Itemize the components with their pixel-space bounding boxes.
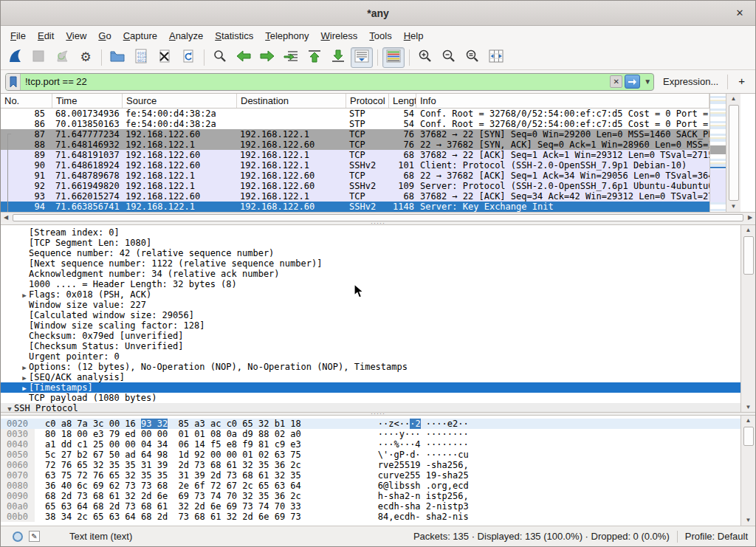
expression-button[interactable]: Expression... <box>659 76 723 87</box>
go-back-button[interactable] <box>233 47 255 68</box>
filter-bookmark-icon[interactable] <box>6 74 21 90</box>
hex-bytes[interactable]: 72 76 65 32 35 35 31 39 2d 73 68 61 32 3… <box>45 460 301 470</box>
packet-row-93[interactable]: 9371.662015274192.168.122.60192.168.122.… <box>1 191 709 202</box>
go-last-packet-button[interactable] <box>327 47 349 68</box>
detail-row[interactable]: Checksum: 0x79ed [unverified] <box>1 331 740 341</box>
detail-row[interactable]: ▶[Timestamps] <box>1 382 740 393</box>
menu-telephony[interactable]: Telephony <box>260 28 314 44</box>
menu-wireless[interactable]: Wireless <box>316 28 363 44</box>
scroll-up-icon[interactable]: ▲ <box>742 416 755 426</box>
detail-row[interactable]: [Next sequence number: 1122 (relative se… <box>1 258 740 269</box>
hex-row-0070[interactable]: 007063 75 72 76 65 32 35 35 31 39 2d 73 … <box>1 470 740 481</box>
hex-row-0060[interactable]: 006072 76 65 32 35 35 31 39 2d 73 68 61 … <box>1 460 740 470</box>
hex-row-00a0[interactable]: 00a065 63 64 68 2d 73 68 61 32 2d 6e 69 … <box>1 501 740 512</box>
ascii-bytes[interactable]: curve255 19-sha25 <box>378 470 469 481</box>
detail-row[interactable]: TCP payload (1080 bytes) <box>1 393 740 403</box>
scroll-down-icon[interactable]: ▼ <box>742 515 755 526</box>
ascii-bytes[interactable]: ····y··· ········ <box>378 429 469 439</box>
hex-bytes[interactable]: a1 dd c1 25 00 00 04 34 06 14 f5 e8 f9 8… <box>45 439 301 450</box>
save-file-button[interactable]: 010101100011 <box>130 47 152 68</box>
hex-bytes[interactable]: 36 40 6c 69 62 73 73 68 2e 6f 72 67 2c 6… <box>45 481 301 491</box>
zoom-out-button[interactable] <box>438 47 460 68</box>
menu-tools[interactable]: Tools <box>364 28 396 44</box>
hex-bytes[interactable]: 65 63 64 68 2d 73 68 61 32 2d 6e 69 73 7… <box>45 501 301 512</box>
ascii-bytes[interactable]: h-sha2-n istp256, <box>378 491 469 501</box>
filter-clear-icon[interactable]: ✕ <box>610 75 622 88</box>
hex-row-00b0[interactable]: 00b038 34 2c 65 63 64 68 2d 73 68 61 32 … <box>1 512 740 522</box>
hex-bytes[interactable]: 80 18 00 e3 79 ed 00 00 01 01 08 0a d9 8… <box>45 429 301 439</box>
expander-closed-icon[interactable]: ▶ <box>20 290 29 300</box>
hex-bytes[interactable]: 5c 27 b2 67 50 ad 64 98 1d 92 00 00 01 0… <box>45 450 301 460</box>
detail-row[interactable]: [Stream index: 0] <box>1 227 740 238</box>
detail-row[interactable]: ▶Options: (12 bytes), No-Operation (NOP)… <box>1 362 740 372</box>
ascii-bytes[interactable]: ecdh-sha 2-nistp3 <box>378 501 469 512</box>
start-capture-button[interactable] <box>4 47 26 68</box>
hex-bytes[interactable]: c0 a8 7a 3c 00 16 93 32 85 a3 ac c0 65 3… <box>45 419 301 429</box>
hex-row-0040[interactable]: 0040a1 dd c1 25 00 00 04 34 06 14 f5 e8 … <box>1 439 740 450</box>
zoom-original-button[interactable] <box>461 47 484 68</box>
detail-row[interactable]: ▶Flags: 0x018 (PSH, ACK) <box>1 289 740 300</box>
column-header-no[interactable]: No. <box>1 94 52 108</box>
resize-columns-button[interactable] <box>485 47 507 68</box>
menu-file[interactable]: File <box>5 28 31 44</box>
detail-row[interactable]: Window size value: 227 <box>1 300 740 310</box>
packet-minimap-scrollbar[interactable] <box>709 94 726 212</box>
hex-bytes[interactable]: 68 2d 73 68 61 32 2d 6e 69 73 74 70 32 3… <box>45 491 301 501</box>
reload-file-button[interactable] <box>177 47 199 68</box>
packet-row-91[interactable]: 9171.648789678192.168.122.1192.168.122.6… <box>1 171 709 181</box>
packet-row-85[interactable]: 8568.001734936fe:54:00:d4:38:2aSTP54Conf… <box>1 109 709 119</box>
hex-row-0030[interactable]: 003080 18 00 e3 79 ed 00 00 01 01 08 0a … <box>1 429 740 439</box>
scroll-up-icon[interactable]: ▲ <box>742 225 755 235</box>
expert-info-icon[interactable] <box>13 531 23 542</box>
scroll-down-icon[interactable]: ▼ <box>742 402 755 413</box>
open-file-button[interactable] <box>106 47 128 68</box>
hex-row-0090[interactable]: 009068 2d 73 68 61 32 2d 6e 69 73 74 70 … <box>1 491 740 501</box>
packet-row-92[interactable]: 9271.661949820192.168.122.1192.168.122.6… <box>1 181 709 191</box>
packet-row-94[interactable]: 9471.663856741192.168.122.1192.168.122.6… <box>1 202 709 212</box>
ascii-bytes[interactable]: ··z<···2 ····e2·· <box>378 419 469 429</box>
detail-row[interactable]: [Calculated window size: 29056] <box>1 310 740 320</box>
hex-row-0080[interactable]: 008036 40 6c 69 62 73 73 68 2e 6f 72 67 … <box>1 481 740 491</box>
bytes-vertical-scrollbar[interactable]: ▲ ▼ <box>740 416 755 526</box>
scroll-down-icon[interactable]: ▼ <box>727 202 740 212</box>
close-file-button[interactable] <box>154 47 176 68</box>
packet-row-87[interactable]: 8771.647777234192.168.122.60192.168.122.… <box>1 129 709 140</box>
packet-list-header[interactable]: No.TimeSourceDestinationProtocolLengthIn… <box>1 94 709 109</box>
scrollbar-thumb[interactable] <box>729 105 739 201</box>
go-forward-button[interactable] <box>256 47 278 68</box>
scroll-up-icon[interactable]: ▲ <box>727 94 740 104</box>
menu-help[interactable]: Help <box>399 28 429 44</box>
column-header-time[interactable]: Time <box>52 94 123 108</box>
column-header-info[interactable]: Info <box>416 94 709 108</box>
details-vertical-scrollbar[interactable]: ▲ ▼ <box>740 225 755 413</box>
detail-row[interactable]: [Window size scaling factor: 128] <box>1 320 740 331</box>
packet-row-86[interactable]: 8670.013850163fe:54:00:d4:38:2aSTP54Conf… <box>1 119 709 129</box>
add-filter-button[interactable]: + <box>732 75 751 89</box>
filter-apply-icon[interactable] <box>625 75 640 89</box>
hex-row-0020[interactable]: 0020c0 a8 7a 3c 00 16 93 32 85 a3 ac c0 … <box>1 419 740 429</box>
detail-row[interactable]: ▶[SEQ/ACK analysis] <box>1 372 740 382</box>
expander-closed-icon[interactable]: ▶ <box>20 362 29 373</box>
hex-bytes[interactable]: 63 75 72 76 65 32 35 35 31 39 2d 73 68 6… <box>45 470 301 481</box>
column-header-length[interactable]: Length <box>389 94 416 108</box>
packet-list-vertical-scrollbar[interactable]: ▲ ▼ <box>726 94 740 212</box>
ascii-bytes[interactable]: 6@libssh .org,ecd <box>378 481 469 491</box>
colorize-packets-button[interactable] <box>382 47 405 68</box>
detail-row[interactable]: [Checksum Status: Unverified] <box>1 341 740 351</box>
filter-history-dropdown-icon[interactable]: ▼ <box>642 78 653 86</box>
capture-comment-icon[interactable]: ✎ <box>29 531 40 542</box>
expander-closed-icon[interactable]: ▶ <box>20 373 29 383</box>
capture-options-button[interactable]: ⚙ <box>75 47 97 68</box>
expander-open-icon[interactable]: ▼ <box>5 404 14 412</box>
restart-capture-button[interactable] <box>51 47 73 68</box>
go-first-packet-button[interactable] <box>303 47 326 68</box>
zoom-in-button[interactable] <box>414 47 436 68</box>
scroll-left-icon[interactable]: ◀ <box>1 214 11 221</box>
auto-scroll-button[interactable] <box>351 47 373 68</box>
ascii-bytes[interactable]: rve25519 -sha256, <box>378 460 469 470</box>
packet-row-89[interactable]: 8971.648191037192.168.122.60192.168.122.… <box>1 150 709 160</box>
detail-row[interactable]: Sequence number: 42 (relative sequence n… <box>1 248 740 258</box>
display-filter-input[interactable] <box>21 74 610 90</box>
stop-capture-button[interactable] <box>27 47 49 68</box>
detail-row[interactable]: 1000 .... = Header Length: 32 bytes (8) <box>1 279 740 289</box>
